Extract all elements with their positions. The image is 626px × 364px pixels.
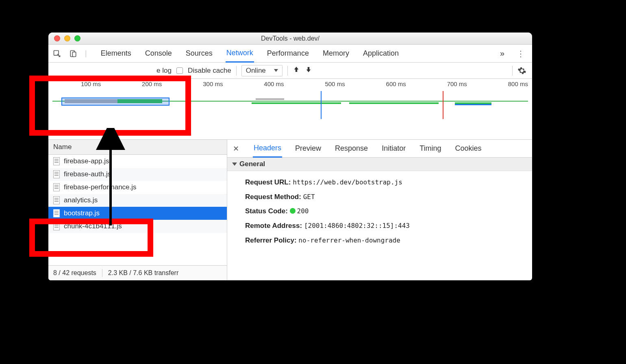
file-icon [53,170,60,178]
tab-application[interactable]: Application [362,45,400,62]
tab-initiator[interactable]: Initiator [381,140,406,157]
request-name: firebase-performance.js [64,183,137,191]
status-dot-icon [290,208,296,214]
request-list: firebase-app.js firebase-auth.js firebas… [48,155,227,265]
file-icon [53,196,60,204]
general-section-header[interactable]: General [227,158,532,171]
tab-sources[interactable]: Sources [185,45,213,62]
request-row[interactable]: analytics.js [48,194,227,207]
file-icon [53,222,60,230]
tab-memory[interactable]: Memory [322,45,350,62]
remote-address-value: [2001:4860:4802:32::15]:443 [304,222,410,230]
tab-cookies[interactable]: Cookies [454,140,483,157]
titlebar: DevTools - web.dev/ [48,32,532,45]
request-name: chunk-4c1b4111.js [64,222,122,230]
chevron-down-icon [274,69,278,72]
window-title: DevTools - web.dev/ [48,35,532,42]
request-row[interactable]: chunk-4c1b4111.js [48,220,227,233]
disable-cache-checkbox[interactable] [176,67,183,74]
tab-response[interactable]: Response [334,140,369,157]
file-icon [53,209,60,217]
file-icon [53,183,60,191]
name-column-header[interactable]: Name [48,140,227,155]
request-url-label: Request URL: [245,178,291,186]
file-icon [53,157,60,165]
status-bar: 8 / 42 requests 2.3 KB / 7.6 KB transfer… [48,265,227,280]
zoom-icon[interactable] [74,35,80,41]
status-code-label: Status Code: [245,207,288,215]
status-requests: 8 / 42 requests [53,269,96,277]
overflow-tabs-icon[interactable]: » [500,49,504,58]
svg-rect-2 [72,52,76,56]
general-kv-list: Request URL: https://web.dev/bootstrap.j… [227,171,532,251]
request-row[interactable]: firebase-auth.js [48,168,227,181]
chevron-down-icon [232,162,237,166]
request-method-label: Request Method: [245,193,301,201]
close-icon[interactable] [54,35,60,41]
tab-timing[interactable]: Timing [419,140,442,157]
tick: 600 ms [386,80,406,87]
timeline-overview[interactable]: 100 ms 200 ms 300 ms 400 ms 500 ms 600 m… [48,79,532,140]
tick: 500 ms [325,80,345,87]
remote-address-label: Remote Address: [245,222,302,230]
preserve-log-label: e log [156,67,172,75]
request-name: firebase-app.js [64,157,109,165]
request-method-value: GET [303,193,315,201]
tick: 200 ms [142,80,162,87]
tab-elements[interactable]: Elements [100,45,132,62]
throttling-select[interactable]: Online [241,65,283,76]
tab-console[interactable]: Console [144,45,173,62]
tick: 800 ms [508,80,528,87]
throttling-value: Online [246,67,266,75]
status-transfer: 2.3 KB / 7.6 KB transferr [108,269,178,277]
request-name: bootstrap.js [64,209,100,217]
tab-performance[interactable]: Performance [266,45,310,62]
gear-icon[interactable] [517,66,526,75]
general-label: General [239,160,265,168]
timeline-ticks: 100 ms 200 ms 300 ms 400 ms 500 ms 600 m… [48,80,532,87]
panel-tabs: Elements Console Sources Network Perform… [94,45,400,63]
request-row[interactable]: firebase-app.js [48,155,227,168]
tick: 700 ms [447,80,467,87]
network-body: Name firebase-app.js firebase-auth.js fi… [48,140,532,280]
detail-tabs: ✕ Headers Preview Response Initiator Tim… [227,140,532,158]
kebab-menu-icon[interactable]: ⋮ [513,49,528,58]
referrer-policy-value: no-referrer-when-downgrade [298,236,400,244]
tab-network[interactable]: Network [226,45,254,63]
upload-har-icon[interactable] [293,66,300,75]
tick: 400 ms [264,80,284,87]
request-detail-pane: ✕ Headers Preview Response Initiator Tim… [227,140,532,280]
referrer-policy-label: Referrer Policy: [245,236,297,244]
request-row[interactable]: firebase-performance.js [48,181,227,194]
traffic-lights [48,35,80,41]
disable-cache-label: Disable cache [188,67,231,75]
request-name: analytics.js [64,196,98,204]
tick: 300 ms [203,80,223,87]
inspect-icon[interactable] [52,49,61,58]
devtools-window: DevTools - web.dev/ | Elements Console S… [48,32,532,280]
request-row-selected[interactable]: bootstrap.js [48,207,227,220]
close-icon[interactable]: ✕ [233,144,241,153]
request-list-pane: Name firebase-app.js firebase-auth.js fi… [48,140,227,280]
network-toolbar: e log Disable cache Online [48,63,532,79]
request-name: firebase-auth.js [64,170,111,178]
panel-tabs-row: | Elements Console Sources Network Perfo… [48,45,532,63]
minimize-icon[interactable] [64,35,70,41]
tab-preview[interactable]: Preview [294,140,322,157]
status-code-value: 200 [297,207,309,215]
tab-headers[interactable]: Headers [253,140,282,158]
tick: 100 ms [81,80,101,87]
device-toggle-icon[interactable] [69,49,78,58]
download-har-icon[interactable] [305,66,312,75]
request-url-value: https://web.dev/bootstrap.js [293,178,402,186]
